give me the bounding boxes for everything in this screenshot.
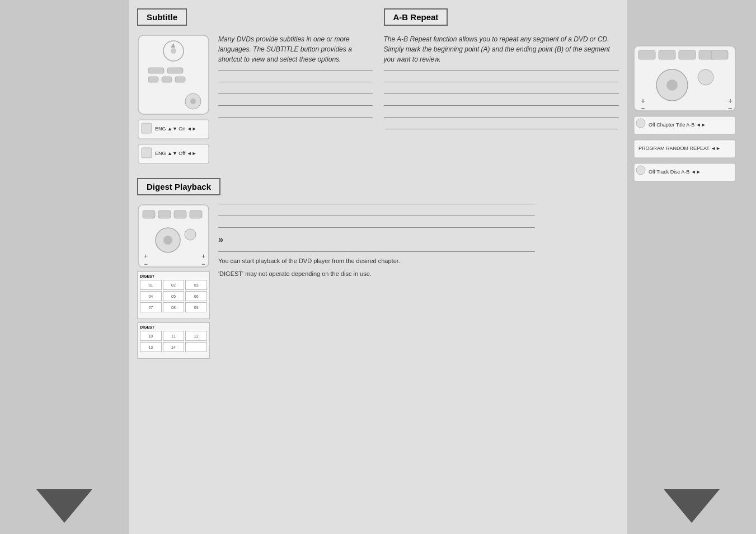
svg-rect-12 (142, 123, 152, 133)
subtitle-text: Many DVDs provide subtitles in one or mo… (218, 34, 373, 168)
svg-text:ENG ▲▼ On ◄►: ENG ▲▼ On ◄► (155, 126, 197, 132)
digest-grid-2: 10 11 12 13 14 (140, 331, 207, 352)
left-sidebar (0, 0, 129, 534)
svg-rect-43 (636, 119, 645, 128)
digest-cell-06: 06 (185, 291, 207, 301)
ab-strip1-svg: Off Chapter Title A-B ◄► (633, 115, 736, 135)
digest-cell-empty (185, 342, 207, 352)
digest-label-2: DIGEST (140, 325, 207, 329)
svg-rect-48 (636, 166, 645, 175)
ab-repeat-right-images (541, 204, 619, 362)
ab-strip3-svg: Off Track Disc A-B ◄► (633, 162, 736, 182)
svg-text:PROGRAM  RANDOM  REPEAT    ◄►: PROGRAM RANDOM REPEAT ◄► (638, 146, 721, 151)
digest-cell-01: 01 (140, 280, 162, 290)
arrow-double-icon: » (218, 235, 223, 245)
left-triangle-icon (36, 489, 92, 523)
digest-panel-1: DIGEST 01 02 03 04 05 06 07 08 09 (137, 271, 210, 319)
svg-rect-8 (175, 77, 185, 82)
digest-cell-11: 11 (163, 331, 185, 341)
main-content: Subtitle (129, 0, 627, 534)
svg-point-3 (171, 48, 176, 54)
digest-note2: 'DIGEST' may not operate depending on th… (218, 269, 535, 279)
digest-cell-05: 05 (163, 291, 185, 301)
ab-repeat-title: A-B Repeat (384, 8, 448, 26)
svg-text:Off  Chapter  Title  A-B ◄►: Off Chapter Title A-B ◄► (649, 122, 706, 128)
subtitle-strip1-svg: ENG ▲▼ On ◄► (137, 119, 210, 140)
svg-rect-15 (142, 148, 152, 158)
svg-rect-20 (174, 210, 186, 218)
svg-rect-7 (162, 77, 172, 82)
svg-text:−: − (641, 104, 645, 112)
ab-repeat-images: + + − − Off Chapter Title A-B ◄► PROGRAM… (633, 45, 750, 186)
digest-cell-02: 02 (163, 280, 185, 290)
right-triangle-icon (664, 489, 720, 523)
svg-rect-32 (679, 50, 696, 59)
digest-cell-04: 04 (140, 291, 162, 301)
subtitle-section: Subtitle (137, 8, 373, 168)
digest-images: + + − − DIGEST 01 02 03 04 05 (137, 204, 213, 362)
digest-cell-08: 08 (163, 302, 185, 312)
digest-cell-12: 12 (185, 331, 207, 341)
subtitle-description: Many DVDs provide subtitles in one or mo… (218, 34, 373, 64)
digest-grid-1: 01 02 03 04 05 06 07 08 09 (140, 280, 207, 312)
svg-rect-18 (143, 210, 155, 218)
svg-point-23 (163, 236, 172, 245)
svg-rect-34 (711, 50, 728, 59)
digest-cell-03: 03 (185, 280, 207, 290)
digest-text: » You can start playback of the DVD play… (218, 204, 535, 362)
svg-rect-21 (190, 210, 202, 218)
digest-section: Digest Playback (137, 178, 619, 362)
svg-point-24 (185, 229, 196, 240)
svg-rect-4 (148, 68, 164, 73)
digest-cell-13: 13 (140, 342, 162, 352)
svg-rect-19 (158, 210, 171, 218)
svg-point-10 (190, 99, 196, 104)
svg-rect-6 (148, 77, 158, 82)
svg-rect-5 (167, 68, 183, 73)
digest-panel-2: DIGEST 10 11 12 13 14 (137, 322, 210, 359)
ab-repeat-description: The A-B Repeat function allows you to re… (384, 34, 619, 64)
svg-text:Off  Track  Disc  A-B ◄►: Off Track Disc A-B ◄► (649, 169, 701, 175)
ab-remote-full-svg: + + − − (633, 45, 736, 112)
digest-cell-09: 09 (185, 302, 207, 312)
digest-label-1: DIGEST (140, 274, 207, 278)
subtitle-images: ENG ▲▼ On ◄► ENG ▲▼ Off ◄► (137, 34, 213, 168)
digest-cell-07: 07 (140, 302, 162, 312)
subtitle-strip2-svg: ENG ▲▼ Off ◄► (137, 143, 210, 165)
ab-strip2-svg: PROGRAM RANDOM REPEAT ◄► (633, 139, 736, 159)
digest-title: Digest Playback (137, 178, 220, 195)
digest-cell-10: 10 (140, 331, 162, 341)
svg-text:−: − (144, 260, 148, 268)
svg-text:ENG ▲▼ Off ◄►: ENG ▲▼ Off ◄► (155, 151, 196, 156)
svg-text:−: − (728, 104, 732, 112)
svg-rect-30 (638, 50, 655, 59)
svg-point-36 (666, 79, 678, 91)
digest-notes: You can start playback of the DVD player… (218, 256, 535, 278)
svg-text:−: − (201, 260, 205, 268)
digest-note1: You can start playback of the DVD player… (218, 256, 535, 266)
subtitle-title: Subtitle (137, 8, 187, 26)
digest-remote-svg: + + − − (137, 204, 210, 268)
svg-rect-31 (659, 50, 675, 59)
digest-cell-14: 14 (163, 342, 185, 352)
remote-top-svg (137, 34, 210, 115)
svg-text:+: + (201, 252, 205, 260)
svg-point-37 (698, 69, 713, 85)
ab-repeat-text: The A-B Repeat function allows you to re… (384, 34, 619, 134)
svg-text:+: + (144, 252, 148, 260)
ab-repeat-section: A-B Repeat The A-B Repeat function allow… (384, 8, 619, 168)
